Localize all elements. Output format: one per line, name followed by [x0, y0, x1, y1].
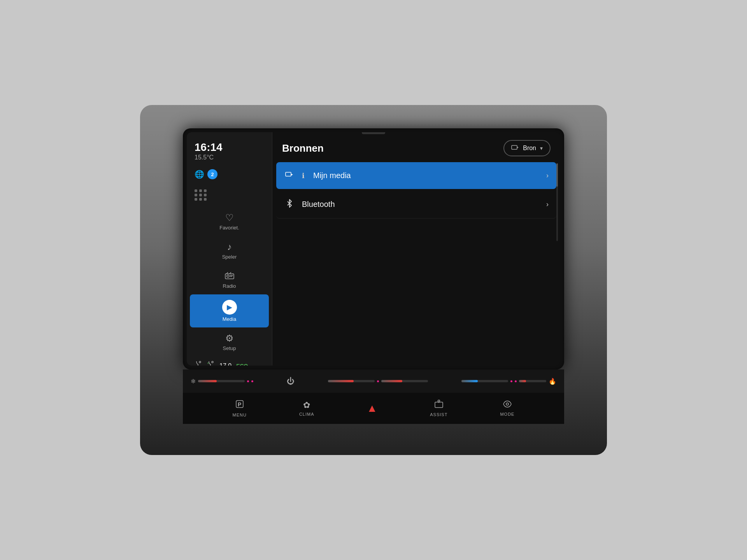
temp-slider-right1[interactable]: [461, 380, 508, 382]
temp-slider-left[interactable]: [198, 380, 245, 382]
globe-icon: 🌐: [195, 170, 204, 179]
mode-nav-item[interactable]: MODE: [500, 400, 514, 416]
sidebar-item-label: Setup: [223, 345, 236, 351]
music-icon: ♪: [227, 242, 232, 252]
mode-icon: [502, 400, 512, 410]
bluetooth-icon: [284, 199, 295, 210]
menu-item-label: Mijn media: [313, 171, 539, 180]
source-icon: [511, 144, 519, 152]
svg-point-7: [212, 361, 213, 363]
info-icon: ℹ: [302, 172, 305, 180]
temp-slider-right2[interactable]: [519, 380, 546, 382]
eco-badge: ECO: [236, 363, 248, 366]
main-content: Bronnen Bron ▾: [272, 132, 560, 366]
svg-text:P: P: [238, 401, 241, 408]
menu-nav-item[interactable]: P MENU: [233, 399, 247, 417]
fan-icon: ❄: [191, 378, 196, 385]
indicator-dot-1: [247, 380, 249, 382]
parking-icon: P: [235, 399, 244, 411]
sidebar-item-radio[interactable]: Radio: [187, 265, 272, 294]
right-hvac-group: 🔥: [461, 378, 556, 385]
radio-icon: [225, 271, 234, 282]
sidebar-bottom: 17.0 ECO: [187, 357, 272, 366]
sidebar-item-label: Radio: [223, 283, 236, 289]
cabin-temp-value: 17.0: [219, 362, 231, 366]
infotainment-screen: 16:14 15.5°C 🌐 2: [187, 132, 560, 366]
hazard-nav-item[interactable]: ▲: [367, 402, 378, 415]
chevron-right-icon: ›: [546, 200, 549, 208]
sidebar-item-label: Speler: [222, 254, 237, 260]
svg-rect-12: [435, 402, 443, 408]
car-dashboard: 16:14 15.5°C 🌐 2: [140, 105, 607, 455]
indicator-dot-5: [515, 380, 517, 382]
temperature-display: 15.5°C: [195, 154, 223, 161]
svg-point-13: [438, 400, 440, 402]
clock-display: 16:14: [195, 142, 223, 153]
time-temp-display: 16:14 15.5°C: [195, 142, 223, 161]
clima-nav-item[interactable]: ✿ CLIMA: [299, 400, 314, 416]
menu-item-label: Bluetooth: [302, 200, 539, 209]
apps-grid[interactable]: [195, 189, 264, 201]
clima-icon: ✿: [303, 400, 310, 410]
hvac-controls: ❄ ⏻: [183, 369, 564, 393]
indicator-dot-2: [251, 380, 253, 382]
indicator-dot-3: [377, 380, 379, 382]
menu-nav-label: MENU: [233, 413, 247, 417]
sidebar-item-speler[interactable]: ♪ Speler: [187, 236, 272, 265]
assist-icon: [434, 400, 444, 411]
notification-badge: 2: [207, 169, 217, 179]
source-item-icon: [284, 171, 295, 180]
svg-point-1: [227, 275, 229, 277]
temp-slider-center2[interactable]: [381, 380, 428, 382]
left-hvac-group: ❄: [191, 378, 253, 385]
sidebar: 16:14 15.5°C 🌐 2: [187, 132, 272, 366]
scrollbar-track: [556, 163, 558, 241]
chevron-down-icon: ▾: [540, 145, 543, 151]
menu-list: ℹ Mijn media › Bluetooth ›: [272, 162, 560, 366]
assist-nav-item[interactable]: ASSIST: [430, 400, 447, 417]
sidebar-item-favoriet[interactable]: ♡ Favoriet.: [187, 207, 272, 236]
content-header: Bronnen Bron ▾: [272, 132, 560, 162]
bron-button[interactable]: Bron ▾: [503, 140, 551, 156]
heat-icon-right: 🔥: [549, 378, 556, 385]
scrollbar-thumb: [556, 163, 558, 187]
heart-icon: ♡: [225, 212, 234, 223]
mode-nav-label: MODE: [500, 412, 514, 416]
sidebar-item-setup[interactable]: ⚙ Setup: [187, 327, 272, 357]
sidebar-item-media[interactable]: ▶ Media: [190, 294, 269, 327]
svg-rect-8: [512, 145, 517, 149]
page-title: Bronnen: [282, 142, 324, 154]
menu-item-mijn-media[interactable]: ℹ Mijn media ›: [276, 162, 556, 189]
temp-slider-center1[interactable]: [328, 380, 375, 382]
sidebar-item-label: Favoriet.: [219, 225, 239, 231]
bron-button-label: Bron: [523, 145, 536, 152]
clima-nav-label: CLIMA: [299, 412, 314, 416]
screen-bezel: 16:14 15.5°C 🌐 2: [183, 128, 564, 369]
bottom-nav: P MENU ✿ CLIMA ▲: [183, 393, 564, 424]
gear-icon: ⚙: [225, 333, 234, 344]
center-hvac-group: [328, 380, 428, 382]
nav-items: ♡ Favoriet. ♪ Speler: [187, 207, 272, 357]
svg-rect-9: [286, 172, 291, 176]
hazard-icon: ▲: [367, 402, 378, 415]
svg-point-6: [199, 361, 201, 363]
seat-heat-icon[interactable]: [195, 360, 202, 366]
menu-item-bluetooth[interactable]: Bluetooth ›: [276, 191, 556, 219]
sidebar-item-label: Media: [223, 316, 236, 322]
play-icon: ▶: [222, 300, 237, 315]
chevron-right-icon: ›: [546, 172, 549, 180]
seat-heat-passenger-icon[interactable]: [207, 360, 215, 366]
svg-point-15: [506, 403, 509, 405]
sidebar-top: 16:14 15.5°C: [187, 138, 272, 167]
power-button[interactable]: ⏻: [287, 377, 295, 386]
indicator-dot-4: [510, 380, 512, 382]
assist-nav-label: ASSIST: [430, 412, 447, 417]
